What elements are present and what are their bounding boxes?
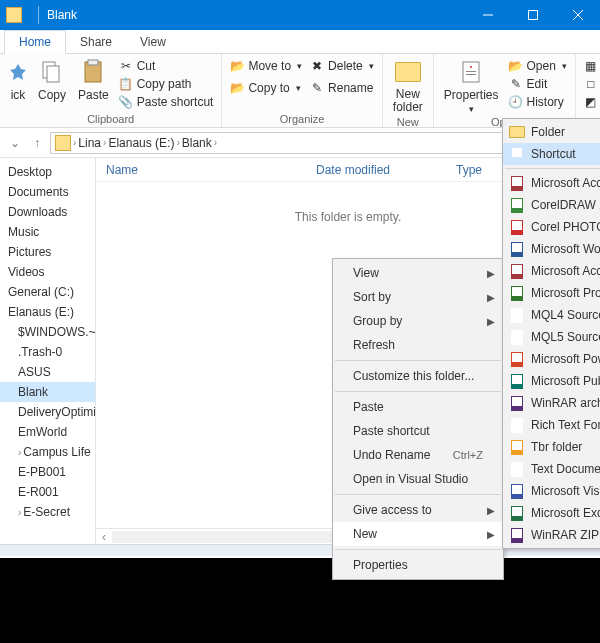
submenu-item-label: Microsoft Visio — [531, 484, 600, 498]
ctx-new[interactable]: New▶ — [333, 522, 503, 546]
tree-item-label: ASUS — [18, 365, 51, 379]
new-submenu-item[interactable]: WinRAR ZIP arch — [503, 524, 600, 546]
tbr-icon — [509, 439, 525, 455]
nav-tree[interactable]: DesktopDocumentsDownloadsMusicPicturesVi… — [0, 158, 96, 544]
paste-button[interactable]: Paste — [72, 56, 115, 104]
tree-item-label: General (C:) — [8, 285, 74, 299]
doc-icon — [509, 329, 525, 345]
tree-item[interactable]: DeliveryOptimi — [0, 402, 95, 422]
ctx-group-by[interactable]: Group by▶ — [333, 309, 503, 333]
ctx-give-access[interactable]: Give access to▶ — [333, 498, 503, 522]
quick-access-button[interactable]: ick — [4, 56, 32, 104]
ctx-view[interactable]: View▶ — [333, 261, 503, 285]
nav-recent-button[interactable]: ⌄ — [6, 134, 24, 152]
new-submenu-item[interactable]: MQL5 Source F — [503, 326, 600, 348]
visio-icon — [509, 483, 525, 499]
select-none-button[interactable]: □Select none — [582, 76, 600, 92]
copy-path-button[interactable]: 📋Copy path — [117, 76, 216, 92]
doc-icon — [509, 417, 525, 433]
select-all-button[interactable]: ▦Select all — [582, 58, 600, 74]
ctx-undo-rename[interactable]: Undo RenameCtrl+Z — [333, 443, 503, 467]
cut-button[interactable]: ✂Cut — [117, 58, 216, 74]
properties-button[interactable]: Properties ▾ — [438, 56, 505, 116]
tree-item[interactable]: E-R001 — [0, 482, 95, 502]
ctx-sort-by[interactable]: Sort by▶ — [333, 285, 503, 309]
context-menu[interactable]: View▶ Sort by▶ Group by▶ Refresh Customi… — [332, 258, 504, 580]
scroll-left-icon[interactable]: ‹ — [96, 530, 112, 544]
breadcrumb-seg[interactable]: Blank — [182, 136, 212, 150]
new-submenu-item[interactable]: Corel PHOTO-P — [503, 216, 600, 238]
new-submenu-item[interactable]: MQL4 Source F — [503, 304, 600, 326]
copy-icon — [38, 58, 66, 86]
nav-up-button[interactable]: ↑ — [28, 134, 46, 152]
new-submenu-item[interactable]: Microsoft Word — [503, 238, 600, 260]
new-submenu[interactable]: FolderShortcutMicrosoft AcceCorelDRAW X7… — [502, 118, 600, 549]
tree-item[interactable]: Videos — [0, 262, 95, 282]
ctx-properties[interactable]: Properties — [333, 553, 503, 577]
tree-item[interactable]: EmWorld — [0, 422, 95, 442]
new-submenu-item[interactable]: Microsoft Powe — [503, 348, 600, 370]
ctx-customize[interactable]: Customize this folder... — [333, 364, 503, 388]
delete-button[interactable]: ✖Delete▾ — [308, 58, 376, 74]
tab-home[interactable]: Home — [4, 30, 66, 54]
ctx-open-vs[interactable]: Open in Visual Studio — [333, 467, 503, 491]
new-submenu-item[interactable]: Microsoft Acce — [503, 172, 600, 194]
tree-item[interactable]: $WINDOWS.~1 — [0, 322, 95, 342]
minimize-button[interactable] — [465, 0, 510, 30]
separator — [335, 360, 501, 361]
ctx-refresh[interactable]: Refresh — [333, 333, 503, 357]
new-submenu-item[interactable]: Shortcut — [503, 143, 600, 165]
new-submenu-item[interactable]: Microsoft Publi — [503, 370, 600, 392]
chevron-right-icon: › — [18, 447, 21, 458]
invert-selection-button[interactable]: ◩Invert selecti — [582, 94, 600, 110]
tab-share[interactable]: Share — [66, 31, 126, 53]
col-date[interactable]: Date modified — [306, 163, 446, 177]
new-submenu-item[interactable]: Microsoft Visio — [503, 480, 600, 502]
history-button[interactable]: 🕘History — [507, 94, 569, 110]
new-submenu-item[interactable]: Rich Text Forma — [503, 414, 600, 436]
breadcrumb-seg[interactable]: Elanaus (E:) — [108, 136, 174, 150]
tree-item[interactable]: .Trash-0 — [0, 342, 95, 362]
rename-button[interactable]: ✎Rename — [308, 80, 376, 96]
new-submenu-item[interactable]: CorelDRAW X7 — [503, 194, 600, 216]
col-type[interactable]: Type — [446, 163, 492, 177]
tree-item[interactable]: Blank — [0, 382, 95, 402]
select-all-icon: ▦ — [584, 59, 598, 73]
tree-item[interactable]: ASUS — [0, 362, 95, 382]
new-submenu-item[interactable]: Microsoft Proje — [503, 282, 600, 304]
ppt-icon — [509, 351, 525, 367]
new-folder-button[interactable]: New folder — [387, 56, 429, 116]
copy-button[interactable]: Copy — [32, 56, 72, 104]
tab-view[interactable]: View — [126, 31, 180, 53]
new-submenu-item[interactable]: Microsoft Excel — [503, 502, 600, 524]
close-button[interactable] — [555, 0, 600, 30]
open-button[interactable]: 📂Open▾ — [507, 58, 569, 74]
tree-item[interactable]: Desktop — [0, 162, 95, 182]
tree-item[interactable]: E-PB001 — [0, 462, 95, 482]
move-to-button[interactable]: 📂Move to▾ — [228, 58, 304, 74]
titlebar[interactable]: Blank — [0, 0, 600, 30]
submenu-item-label: Folder — [531, 125, 565, 139]
tree-item[interactable]: ›E-Secret — [0, 502, 95, 522]
col-name[interactable]: Name — [96, 163, 306, 177]
separator — [335, 549, 501, 550]
tree-item-label: Music — [8, 225, 39, 239]
chevron-right-icon: ▶ — [487, 268, 495, 279]
tree-item[interactable]: Pictures — [0, 242, 95, 262]
tree-item[interactable]: Documents — [0, 182, 95, 202]
tree-item[interactable]: ›Campus Life — [0, 442, 95, 462]
breadcrumb-seg[interactable]: Lina — [78, 136, 101, 150]
maximize-button[interactable] — [510, 0, 555, 30]
new-submenu-item[interactable]: Tbr folder — [503, 436, 600, 458]
new-submenu-item[interactable]: WinRAR archive — [503, 392, 600, 414]
edit-button[interactable]: ✎Edit — [507, 76, 569, 92]
new-submenu-item[interactable]: Folder — [503, 121, 600, 143]
tree-item[interactable]: General (C:) — [0, 282, 95, 302]
copy-to-button[interactable]: 📂Copy to▾ — [228, 80, 304, 96]
tree-item[interactable]: Music — [0, 222, 95, 242]
new-submenu-item[interactable]: Microsoft Acce — [503, 260, 600, 282]
paste-shortcut-button[interactable]: 📎Paste shortcut — [117, 94, 216, 110]
tree-item[interactable]: Elanaus (E:) — [0, 302, 95, 322]
new-submenu-item[interactable]: Text Document — [503, 458, 600, 480]
tree-item[interactable]: Downloads — [0, 202, 95, 222]
